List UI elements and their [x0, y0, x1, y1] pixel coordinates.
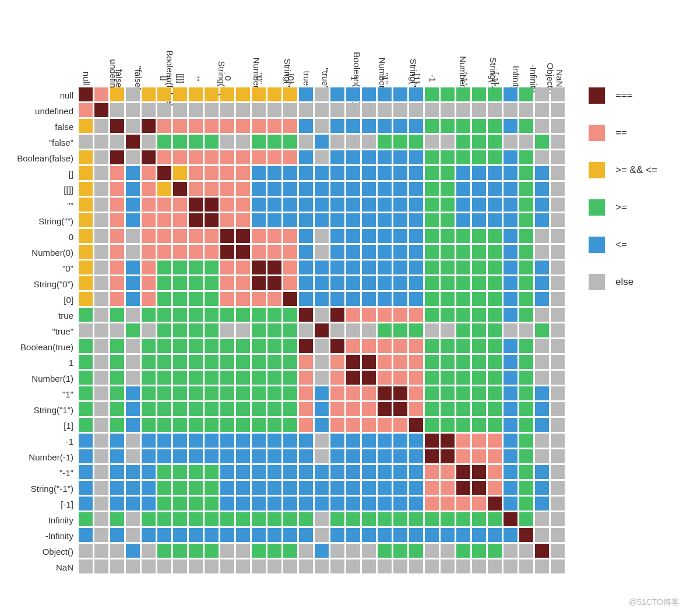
cell [173, 276, 187, 290]
cell [142, 119, 156, 133]
cell [441, 559, 455, 573]
cell [173, 528, 187, 542]
cell [362, 355, 376, 369]
cell [126, 434, 140, 448]
cell [535, 465, 549, 479]
cell [346, 481, 360, 495]
cell [126, 87, 140, 101]
cell [94, 308, 108, 322]
cell [393, 166, 407, 180]
cell [252, 276, 266, 290]
cell [173, 449, 187, 463]
col-label: "" [189, 73, 205, 84]
cell [330, 449, 344, 463]
cell [283, 276, 297, 290]
cell [205, 355, 219, 369]
cell [94, 292, 108, 306]
cell [441, 87, 455, 101]
legend-label: === [615, 90, 633, 101]
cell [456, 559, 470, 573]
cell [189, 449, 203, 463]
cell [220, 481, 234, 495]
col-label: null [79, 73, 94, 84]
cell [346, 386, 360, 400]
cell [173, 182, 187, 196]
cell [79, 261, 93, 274]
cell [142, 213, 156, 227]
cell [362, 87, 376, 101]
cell [409, 449, 423, 463]
cell [441, 371, 455, 385]
cell [393, 276, 407, 290]
cell [205, 119, 219, 133]
cell [393, 512, 407, 526]
cell [456, 198, 470, 212]
cell [519, 386, 533, 400]
cell [94, 512, 108, 526]
cell [79, 229, 93, 243]
cell [441, 261, 455, 274]
row-label: Number(-1) [0, 449, 73, 465]
cell [79, 245, 93, 259]
cell [378, 528, 392, 542]
cell [346, 276, 360, 290]
cell [110, 182, 124, 196]
row-label: [] [0, 166, 73, 182]
cell [236, 323, 250, 337]
cell [393, 355, 407, 369]
row-label: 0 [0, 229, 73, 245]
row-label: -Infinity [0, 528, 73, 544]
cell [79, 355, 93, 369]
cell [362, 497, 376, 511]
cell [94, 135, 108, 149]
cell [441, 497, 455, 511]
cell [488, 386, 502, 400]
cell [236, 261, 250, 274]
cell [456, 497, 470, 511]
cell [409, 528, 423, 542]
col-label: [-1] [488, 73, 504, 84]
cell [362, 308, 376, 322]
cell [252, 497, 266, 511]
cell [519, 402, 533, 416]
cell [519, 308, 533, 322]
cell [252, 229, 266, 243]
cell [220, 528, 234, 542]
cell [157, 229, 171, 243]
cell [472, 371, 486, 385]
cell [535, 103, 549, 117]
col-label: [] [157, 73, 173, 84]
cell [456, 261, 470, 274]
cell [330, 103, 344, 117]
cell [346, 544, 360, 558]
cell [346, 402, 360, 416]
cell [378, 292, 392, 306]
cell [535, 386, 549, 400]
cell [236, 292, 250, 306]
cell [456, 323, 470, 337]
cell [362, 213, 376, 227]
cell [157, 292, 171, 306]
cell [504, 308, 518, 322]
cell [425, 323, 439, 337]
cell [393, 434, 407, 448]
cell [378, 402, 392, 416]
cell [189, 544, 203, 558]
cell [94, 87, 108, 101]
cell [504, 449, 518, 463]
cell [142, 481, 156, 495]
cell [126, 386, 140, 400]
cell [110, 481, 124, 495]
cell [330, 182, 344, 196]
cell [425, 339, 439, 353]
cell [315, 323, 329, 337]
cell [79, 213, 93, 227]
cell [236, 371, 250, 385]
cell [409, 465, 423, 479]
row-label: null [0, 87, 73, 103]
cell [126, 512, 140, 526]
cell [315, 229, 329, 243]
cell [315, 497, 329, 511]
cell [441, 150, 455, 164]
cell [283, 308, 297, 322]
